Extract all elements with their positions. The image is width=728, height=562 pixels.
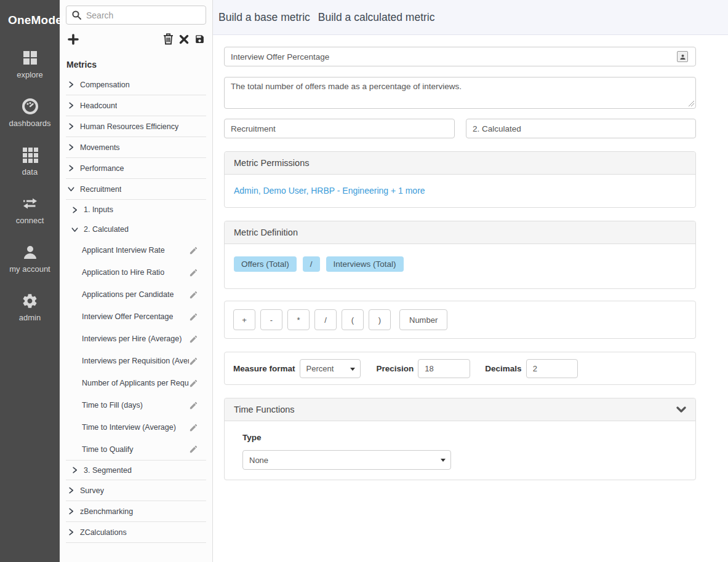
pencil-icon[interactable]: [189, 357, 198, 366]
precision-input[interactable]: [418, 359, 470, 378]
grid-3x3-icon: [22, 146, 38, 164]
tree-group-performance[interactable]: Performance: [66, 158, 206, 179]
time-functions-header: Time Functions: [225, 398, 695, 421]
measure-format-value: Percent: [306, 364, 334, 373]
pencil-icon[interactable]: [189, 290, 198, 299]
operator-button-close-paren[interactable]: ): [369, 309, 391, 330]
tree-group-2-calculated[interactable]: 2. Calculated: [66, 220, 206, 239]
tree-metric-time-to-qualify[interactable]: Time to Qualify: [66, 438, 206, 461]
operator-button-plus[interactable]: +: [233, 309, 255, 330]
pencil-icon[interactable]: [189, 334, 198, 344]
rail-item-connect[interactable]: connect: [0, 195, 60, 225]
delete-metric-button[interactable]: [163, 33, 174, 47]
tree-item-label: Performance: [80, 164, 124, 173]
operator-button-open-paren[interactable]: (: [342, 309, 364, 330]
tree-item-label: Time to Qualify: [82, 445, 134, 454]
rail-item-admin[interactable]: admin: [0, 292, 60, 322]
pencil-icon[interactable]: [189, 268, 198, 277]
tree-item-label: Human Resources Efficiency: [80, 122, 178, 131]
chevron-right-icon[interactable]: [68, 165, 74, 172]
tab-build-calculated-metric[interactable]: Build a calculated metric: [318, 11, 435, 24]
tree-item-label: Recruitment: [80, 185, 121, 194]
pencil-icon[interactable]: [189, 312, 198, 322]
onemodel-logo: OneModel: [0, 0, 60, 27]
metrics-tree: CompensationHeadcountHuman Resources Eff…: [66, 74, 206, 543]
search-input[interactable]: [66, 6, 206, 25]
tree-group-compensation[interactable]: Compensation: [66, 74, 206, 95]
cancel-edit-button[interactable]: [179, 34, 189, 47]
definition-token[interactable]: Offers (Total): [234, 256, 297, 272]
tree-metric-applications-per-candidate[interactable]: Applications per Candidate: [66, 283, 206, 306]
primary-nav: explore dashboards data connect my accou…: [0, 49, 60, 322]
tree-item-label: 3. Segmented: [84, 466, 132, 475]
chevron-down-icon[interactable]: [68, 186, 74, 192]
tree-group-recruitment[interactable]: Recruitment: [66, 179, 206, 200]
tree-group-1-inputs[interactable]: 1. Inputs: [66, 200, 206, 220]
chevron-right-icon[interactable]: [68, 102, 74, 109]
collapse-chevron-icon[interactable]: [676, 406, 686, 413]
permissions-link[interactable]: Admin, Demo User, HRBP - Engineering + 1…: [234, 186, 425, 196]
time-type-value: None: [249, 456, 268, 465]
rail-item-data[interactable]: data: [0, 146, 60, 176]
tree-metric-time-to-fill-days[interactable]: Time to Fill (days): [66, 394, 206, 416]
metric-description-textarea[interactable]: The total number of offers made as a per…: [224, 77, 696, 109]
operators-panel: +-*/()Number: [224, 301, 696, 339]
time-type-label: Type: [242, 433, 686, 442]
rail-item-dashboards[interactable]: dashboards: [0, 98, 60, 128]
tree-group-headcount[interactable]: Headcount: [66, 95, 206, 116]
chevron-right-icon[interactable]: [71, 207, 78, 213]
tree-metric-number-of-applicants-per-requisit[interactable]: Number of Applicants per Requisit: [66, 372, 206, 394]
tree-item-label: Movements: [80, 143, 120, 152]
person-icon: [22, 243, 38, 261]
tree-group-3-segmented[interactable]: 3. Segmented: [66, 461, 206, 480]
pencil-icon[interactable]: [189, 423, 198, 432]
operator-button-minus[interactable]: -: [260, 309, 282, 330]
tree-metric-interviews-per-requisition-averag[interactable]: Interviews per Requisition (Averag: [66, 350, 206, 372]
pencil-icon[interactable]: [189, 445, 198, 454]
pencil-icon[interactable]: [189, 379, 198, 388]
chevron-right-icon[interactable]: [68, 81, 74, 88]
definition-token[interactable]: Interviews (Total): [326, 256, 404, 272]
pencil-icon[interactable]: [189, 401, 198, 410]
tree-group-human-resources-efficiency[interactable]: Human Resources Efficiency: [66, 116, 206, 137]
floppy-icon: [194, 34, 205, 47]
tree-metric-interviews-per-hire-average[interactable]: Interviews per Hire (Average): [66, 328, 206, 350]
definition-token[interactable]: /: [303, 256, 320, 272]
operator-button-number[interactable]: Number: [399, 309, 447, 330]
operator-button-multiply[interactable]: *: [287, 309, 310, 330]
tree-group-zbenchmarking[interactable]: zBenchmarking: [66, 501, 206, 522]
metric-category-input[interactable]: [224, 119, 455, 138]
chevron-right-icon[interactable]: [68, 508, 74, 515]
tree-item-label: Number of Applicants per Requisit: [82, 379, 189, 387]
metric-subcategory-input[interactable]: [466, 119, 696, 138]
rail-item-label: explore: [17, 70, 43, 79]
measure-format-select[interactable]: Percent: [300, 359, 361, 378]
tree-metric-application-to-hire-ratio[interactable]: Application to Hire Ratio: [66, 261, 206, 283]
chevron-right-icon[interactable]: [68, 529, 74, 536]
chevron-down-icon[interactable]: [71, 226, 78, 233]
tree-item-label: Time to Interview (Average): [82, 423, 176, 432]
tree-metric-time-to-interview-average[interactable]: Time to Interview (Average): [66, 416, 206, 438]
time-type-select[interactable]: None: [242, 450, 451, 470]
tree-metric-applicant-interview-rate[interactable]: Applicant Interview Rate: [66, 239, 206, 261]
x-icon: [179, 34, 189, 47]
tab-build-base-metric[interactable]: Build a base metric: [218, 11, 310, 24]
operator-button-divide[interactable]: /: [314, 309, 337, 330]
tree-group-survey[interactable]: Survey: [66, 480, 206, 501]
save-metric-button[interactable]: [194, 34, 205, 47]
decimals-input[interactable]: [526, 359, 578, 378]
tree-group-movements[interactable]: Movements: [66, 137, 206, 158]
tree-group-zcalculations[interactable]: ZCalculations: [66, 522, 206, 543]
metrics-toolbar: [68, 33, 205, 47]
rail-item-my-account[interactable]: my account: [0, 243, 60, 274]
rail-item-explore[interactable]: explore: [0, 49, 60, 79]
add-metric-button[interactable]: [68, 34, 79, 47]
chevron-right-icon[interactable]: [68, 487, 74, 494]
chevron-right-icon[interactable]: [68, 144, 74, 151]
metric-name-input[interactable]: [224, 47, 696, 66]
sync-arrows-icon: [22, 195, 39, 212]
pencil-icon[interactable]: [189, 246, 198, 255]
tree-metric-interview-offer-percentage[interactable]: Interview Offer Percentage: [66, 306, 206, 328]
chevron-right-icon[interactable]: [71, 467, 78, 473]
chevron-right-icon[interactable]: [68, 123, 74, 130]
